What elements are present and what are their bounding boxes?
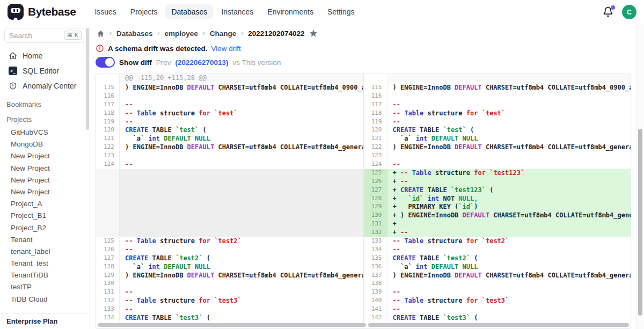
sidebar-project-item[interactable]: Tenant — [0, 234, 90, 246]
diff-line-number: 121 — [96, 135, 120, 143]
diff-code-line: + CREATE TABLE `test123` ( — [387, 186, 631, 195]
diff-code-line — [120, 211, 363, 220]
diff-code-line: ) ENGINE=InnoDB DEFAULT CHARSET=utf8mb4 … — [387, 84, 631, 92]
diff-toggle-row: Show diff Prev (202206270013) vs This ve… — [96, 57, 281, 68]
nav-item-environments[interactable]: Environments — [261, 4, 319, 19]
breadcrumb-item[interactable]: Change — [210, 30, 237, 38]
sidebar-project-item[interactable]: Project_B2 — [0, 222, 90, 234]
diff-line-number: 141 — [364, 305, 387, 314]
diff-code-line: -- — [387, 288, 631, 297]
sidebar: ⌘ K Home >_ SQL Editor Anomaly Center Bo… — [0, 24, 90, 329]
diff-line-number: 120 — [364, 126, 387, 135]
diff-code-line: `a` int DEFAULT NULL — [120, 263, 363, 272]
prev-version-link[interactable]: (202206270013) — [175, 59, 229, 67]
sidebar-scrollbar-thumb[interactable] — [86, 28, 89, 130]
sidebar-project-item[interactable]: MongoDB — [0, 138, 90, 150]
diff-line-number: 135 — [364, 254, 387, 263]
diff-code-line: -- — [387, 118, 631, 127]
sidebar-project-item[interactable]: New Project — [0, 150, 90, 162]
diff-line-number — [96, 220, 120, 229]
diff-code-line: ) ENGINE=InnoDB DEFAULT CHARSET=utf8mb4 … — [387, 272, 631, 280]
right-pane-hscrollbar[interactable] — [368, 323, 629, 327]
sidebar-project-item[interactable]: New Project — [0, 163, 90, 174]
diff-code-line — [120, 178, 363, 186]
diff-line-number — [96, 195, 120, 203]
diff-code-line: -- Table structure for `test` — [120, 109, 363, 118]
bytebase-brand[interactable]: Bytebase — [8, 4, 76, 20]
diff-line-number: 126 — [364, 178, 387, 186]
sidebar-item-label: Home — [23, 52, 42, 60]
show-diff-label: Show diff — [119, 59, 152, 67]
search-box[interactable]: ⌘ K — [4, 28, 84, 43]
sidebar-item-sql-editor[interactable]: >_ SQL Editor — [0, 63, 90, 78]
breadcrumb-item[interactable]: Databases — [116, 30, 153, 38]
diff-row: 129+ PRIMARY KEY (`id`) — [96, 203, 631, 211]
diff-line-number: 127 — [96, 254, 120, 263]
diff-code-line — [387, 152, 631, 160]
nav-item-settings[interactable]: Settings — [321, 4, 361, 19]
diff-line-number: 115 — [96, 84, 120, 92]
diff-code-line — [387, 280, 631, 288]
diff-code-line: -- Table structure for `test3` — [387, 297, 631, 305]
sidebar-item-anomaly-center[interactable]: Anomaly Center — [0, 78, 90, 93]
diff-line-number: 117 — [96, 101, 120, 109]
sidebar-project-item[interactable]: GitHubVCS — [0, 127, 90, 138]
sidebar-project-item[interactable]: TiDB Cloud — [0, 294, 90, 305]
sidebar-project-item[interactable]: testTP — [0, 281, 90, 293]
sidebar-project-item[interactable]: TenantTiDB — [0, 269, 90, 281]
diff-code-line: + -- Table structure for `test123` — [387, 169, 631, 178]
sidebar-project-item[interactable]: tenant_label — [0, 246, 90, 258]
left-pane-hscrollbar[interactable] — [98, 323, 366, 327]
main-nav: IssuesProjectsDatabasesInstancesEnvironm… — [89, 4, 360, 19]
diff-row: 130+ ) ENGINE=InnoDB DEFAULT CHARSET=utf… — [96, 211, 631, 220]
diff-code-line — [120, 203, 363, 211]
diff-code-line — [387, 92, 631, 101]
diff-code-line: CREATE TABLE `test3` ( — [120, 314, 363, 323]
sidebar-project-item[interactable]: Project_A — [0, 198, 90, 210]
sidebar-item-label: SQL Editor — [23, 67, 59, 75]
nav-item-instances[interactable]: Instances — [215, 4, 259, 19]
diff-code-line — [120, 229, 363, 237]
top-navbar: Bytebase IssuesProjectsDatabasesInstance… — [0, 0, 644, 24]
sidebar-project-item[interactable]: Tenant_test — [0, 258, 90, 269]
diff-line-number — [96, 178, 120, 186]
diff-row: 121 `a` int DEFAULT NULL121 `a` int DEFA… — [96, 135, 631, 143]
view-drift-link[interactable]: View drift — [211, 45, 241, 53]
nav-item-databases[interactable]: Databases — [165, 4, 213, 19]
diff-line-number: 125 — [96, 237, 120, 246]
diff-code-line: + -- — [387, 178, 631, 186]
breadcrumb-item[interactable]: 20221202074022 — [248, 30, 304, 38]
diff-line-number: 127 — [364, 186, 387, 195]
home-breadcrumb-icon[interactable] — [97, 30, 105, 38]
notifications-bell-icon[interactable] — [603, 6, 613, 17]
diff-line-number — [96, 203, 120, 211]
diff-code-line: + — [387, 220, 631, 229]
diff-code-line: -- Table structure for `test2` — [120, 237, 363, 246]
search-input[interactable] — [9, 32, 57, 40]
sidebar-project-item[interactable]: Project_B1 — [0, 210, 90, 222]
user-avatar[interactable]: C — [622, 5, 636, 19]
diff-row: 132-- Table structure for `test3`140-- T… — [96, 297, 631, 305]
diff-line-number: 123 — [96, 152, 120, 160]
breadcrumb-separator: › — [241, 30, 243, 37]
diff-code-line — [120, 92, 363, 101]
nav-item-projects[interactable]: Projects — [125, 4, 164, 19]
diff-code-line: + -- — [387, 229, 631, 237]
diff-line-number: 132 — [364, 229, 387, 237]
sidebar-item-home[interactable]: Home — [0, 48, 90, 63]
nav-item-issues[interactable]: Issues — [89, 4, 122, 19]
show-diff-toggle[interactable] — [96, 57, 115, 68]
page-scrollbar-thumb[interactable] — [638, 129, 642, 316]
diff-line-number: 129 — [96, 272, 120, 280]
diff-code-line: -- — [120, 160, 363, 169]
breadcrumb-separator: › — [203, 30, 205, 37]
sidebar-project-item[interactable]: New Project — [0, 186, 90, 198]
diff-line-number: 130 — [364, 211, 387, 220]
breadcrumb-item[interactable]: employee — [165, 30, 198, 38]
sidebar-project-item[interactable]: New Project — [0, 174, 90, 186]
diff-line-number: 116 — [96, 92, 120, 101]
bookmark-star-icon[interactable] — [309, 29, 318, 38]
diff-code-line — [120, 152, 363, 160]
diff-code-line: -- Table structure for `test2` — [387, 237, 631, 246]
breadcrumb-separator: › — [109, 30, 112, 37]
